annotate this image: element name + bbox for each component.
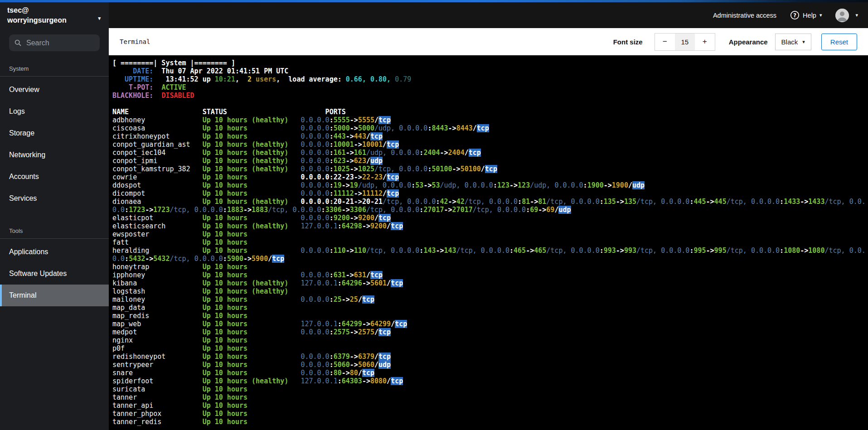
help-label: Help <box>803 12 816 19</box>
sidebar-item-storage[interactable]: Storage <box>0 122 109 144</box>
sidebar-item-applications[interactable]: Applications <box>0 241 109 263</box>
host-switcher[interactable]: tsec@ worryingsurgeon ▾ <box>0 2 109 28</box>
sidebar-search[interactable] <box>9 34 100 51</box>
reset-button[interactable]: Reset <box>821 34 857 50</box>
brand-user: tsec@ <box>7 5 102 15</box>
sidebar-item-terminal[interactable]: Terminal <box>0 285 109 306</box>
sidebar-item-logs[interactable]: Logs <box>0 101 109 122</box>
help-menu[interactable]: ? Help ▾ <box>790 10 822 20</box>
svg-text:?: ? <box>793 12 796 19</box>
nav-section-title: Tools <box>0 223 109 239</box>
sidebar: SystemOverviewLogsStorageNetworkingAccou… <box>0 28 109 430</box>
avatar <box>835 9 849 22</box>
sidebar-item-services[interactable]: Services <box>0 188 109 209</box>
nav-section-title: System <box>0 61 109 77</box>
search-icon <box>15 39 21 46</box>
sidebar-item-software-updates[interactable]: Software Updates <box>0 263 109 285</box>
masthead-actions: Administrative access ? Help ▾ ▾ <box>713 2 858 28</box>
appearance-select[interactable]: Black ▾ <box>775 34 811 50</box>
brand-host: worryingsurgeon <box>7 15 102 25</box>
chevron-down-icon: ▾ <box>98 13 101 23</box>
appearance-label: Appearance <box>729 38 768 46</box>
chevron-down-icon: ▾ <box>855 12 858 18</box>
font-size-increase-button[interactable]: + <box>695 34 715 50</box>
admin-access-button[interactable]: Administrative access <box>713 12 776 19</box>
font-size-value: 15 <box>675 34 695 50</box>
session-menu[interactable]: ▾ <box>835 9 858 22</box>
masthead: tsec@ worryingsurgeon ▾ Administrative a… <box>0 2 868 28</box>
terminal-output: [ ========| System |======== ] DATE: Thu… <box>109 55 868 426</box>
appearance-value: Black <box>781 38 798 46</box>
font-size-decrease-button[interactable]: − <box>655 34 675 50</box>
sidebar-item-accounts[interactable]: Accounts <box>0 166 109 188</box>
chevron-down-icon: ▾ <box>820 12 822 18</box>
question-circle-icon: ? <box>790 10 800 20</box>
sidebar-item-networking[interactable]: Networking <box>0 144 109 166</box>
sidebar-item-overview[interactable]: Overview <box>0 79 109 101</box>
terminal-screen[interactable]: [ ========| System |======== ] DATE: Thu… <box>109 55 868 430</box>
sidebar-nav: SystemOverviewLogsStorageNetworkingAccou… <box>0 61 109 306</box>
chevron-down-icon: ▾ <box>802 39 805 45</box>
page-title: Terminal <box>120 38 150 45</box>
search-input[interactable] <box>25 39 94 48</box>
font-size-stepper: − 15 + <box>655 33 715 51</box>
font-size-label: Font size <box>613 38 643 46</box>
terminal-toolbar: Terminal Font size − 15 + Appearance Bla… <box>109 28 868 55</box>
